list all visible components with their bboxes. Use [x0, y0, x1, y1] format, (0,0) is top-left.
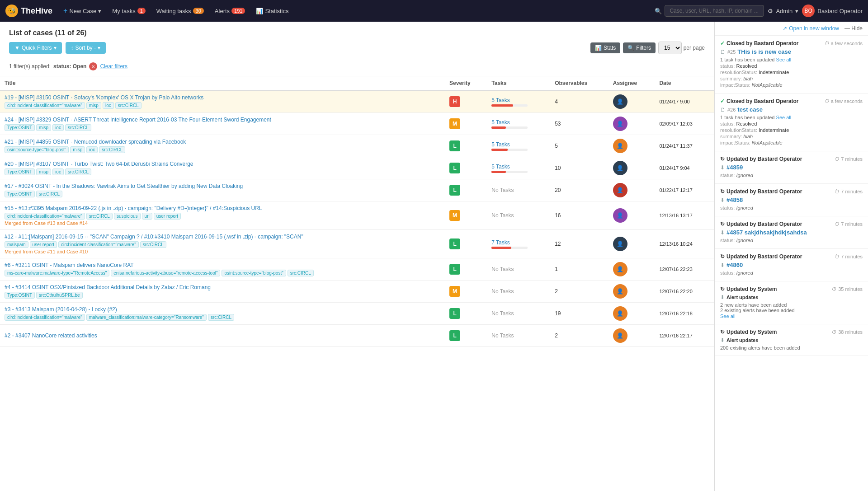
assignee-cell: 👤 — [609, 179, 655, 201]
artifact-link[interactable]: #4858 — [726, 196, 743, 203]
waiting-tasks-button[interactable]: Waiting tasks 30 — [153, 6, 208, 16]
see-all-link[interactable]: See all — [776, 57, 792, 62]
remove-filter-button[interactable]: ✕ — [89, 62, 97, 70]
no-tasks-label: No Tasks — [491, 187, 514, 193]
case-title-link[interactable]: #3 - #3413 Malspam (2016-04-28) - Locky … — [5, 306, 117, 313]
tag[interactable]: ioc — [52, 168, 64, 175]
tag[interactable]: src:CIRCL — [99, 146, 125, 153]
tag[interactable]: misp — [36, 168, 51, 175]
case-title-cell: #20 - [MISP] #3107 OSINT - Turbo Twist: … — [0, 157, 445, 179]
tag[interactable]: misp — [70, 146, 85, 153]
tag[interactable]: url — [142, 213, 152, 220]
see-all-link[interactable]: See all — [720, 313, 736, 319]
case-title-link[interactable]: #21 - [MISP] #4855 OSINT - Nemucod downl… — [5, 139, 186, 145]
task-link[interactable]: 7 Tasks — [491, 239, 509, 246]
case-title-link[interactable]: #20 - [MISP] #3107 OSINT - Turbo Twist: … — [5, 161, 193, 167]
tag[interactable]: src:CIRCL — [115, 102, 142, 109]
tag[interactable]: enisa:nefarious-activity-abuse="remote-a… — [111, 270, 220, 276]
task-link[interactable]: 5 Tasks — [491, 119, 509, 126]
tag[interactable]: user report — [154, 213, 181, 220]
tag[interactable]: Type:OSINT — [5, 191, 35, 197]
tag[interactable]: malspam — [5, 241, 28, 248]
search-input[interactable] — [665, 5, 764, 17]
clear-filters-button[interactable]: Clear filters — [100, 63, 127, 70]
tag[interactable]: circl:incident-classification="malware" — [5, 102, 85, 109]
tag[interactable]: src:CIRCL — [140, 241, 166, 248]
observables-cell: 2 — [550, 325, 609, 347]
tag[interactable]: src:CIRCL — [36, 191, 62, 197]
sort-by-button[interactable]: ↕ Sort by - ▾ — [66, 42, 106, 54]
new-case-button[interactable]: + New Case ▾ — [60, 5, 105, 17]
tag[interactable]: malware_classification:malware-category=… — [86, 314, 207, 321]
case-title-cell: #19 - [MISP] #3150 OSINT - Sofacy's 'Kom… — [0, 90, 445, 113]
case-title-link[interactable]: #19 - [MISP] #3150 OSINT - Sofacy's 'Kom… — [5, 94, 203, 101]
assignee-avatar: 👤 — [613, 208, 627, 223]
case-title-link[interactable]: #4 - #3414 OSINT OSX/Pintsized Backdoor … — [5, 284, 211, 290]
tag[interactable]: osint:source-type="blog-post" — [5, 146, 69, 153]
case-name-link[interactable]: THis is is new case — [737, 48, 791, 55]
stats-button[interactable]: 📊 Stats — [590, 42, 620, 53]
cases-count-title: List of cases (11 of 26) — [9, 29, 705, 37]
tag[interactable]: src:CIRCL — [86, 213, 113, 220]
table-row: #19 - [MISP] #3150 OSINT - Sofacy's 'Kom… — [0, 90, 714, 113]
activity-field: status: Resolved — [720, 121, 863, 126]
tag[interactable]: user report — [30, 241, 57, 248]
my-tasks-button[interactable]: My tasks 1 — [108, 6, 149, 16]
statistics-button[interactable]: 📊 Statistics — [252, 6, 292, 16]
plus-icon: + — [63, 7, 67, 15]
tasks-cell: 5 Tasks — [487, 157, 550, 179]
open-new-window-button[interactable]: ↗ Open in new window — [783, 25, 839, 32]
tag[interactable]: src:CIRCL — [65, 124, 91, 131]
case-title-link[interactable]: #17 - #3024 OSINT - In the Shadows: Vawt… — [5, 183, 243, 189]
tag[interactable]: ioc — [86, 146, 98, 153]
task-link[interactable]: 5 Tasks — [491, 97, 509, 103]
case-title-link[interactable]: #6 - #3211 OSINT - Malspam delivers Nano… — [5, 262, 134, 268]
artifact-link[interactable]: #4860 — [726, 262, 743, 268]
case-title-link[interactable]: #24 - [MISP] #3329 OSINT - ASERT Threat … — [5, 117, 271, 123]
app-logo[interactable]: 🐝 TheHive — [5, 5, 52, 17]
artifact-link[interactable]: #4859 — [726, 164, 743, 171]
tag[interactable]: misp — [36, 124, 51, 131]
tag[interactable]: suspicious — [114, 213, 141, 220]
tag[interactable]: misp — [86, 102, 101, 109]
tag[interactable]: src:CIRCL — [288, 270, 314, 276]
observables-cell: 20 — [550, 179, 609, 201]
tag[interactable]: Type:OSINT — [5, 292, 35, 299]
task-link[interactable]: 5 Tasks — [491, 141, 509, 148]
tag[interactable]: src:CIRCL — [65, 168, 91, 175]
case-title-link[interactable]: #12 - #11:[Malspam] 2016-09-15 -- "SCAN"… — [5, 234, 303, 240]
see-all-link[interactable]: See all — [776, 115, 792, 120]
activity-actor: ↻ Updated by Bastard Operator — [720, 253, 802, 260]
tag[interactable]: src:CthulhuSPRL.be — [36, 292, 83, 299]
case-name-link[interactable]: test case — [737, 106, 763, 113]
tag[interactable]: Type:OSINT — [5, 168, 35, 175]
activity-item: ✓ Closed by Bastard Operator ⏱ a few sec… — [715, 36, 868, 94]
filters-button[interactable]: 🔍 Filters — [623, 42, 656, 53]
tag[interactable]: Type:OSINT — [5, 124, 35, 131]
tag[interactable]: circl:incident-classification="malware" — [58, 241, 139, 248]
artifact-icon: ⬇ — [720, 197, 725, 203]
user-menu[interactable]: BO Bastard Operator — [802, 5, 863, 17]
severity-cell: L — [445, 179, 487, 201]
assignee-avatar: 👤 — [613, 306, 627, 321]
tag[interactable]: ioc — [103, 102, 114, 109]
admin-menu[interactable]: ⚙ Admin ▾ — [768, 8, 798, 14]
activity-time: ⏱ 7 minutes — [835, 189, 863, 194]
tag[interactable]: ioc — [52, 124, 64, 131]
activity-feed: ✓ Closed by Bastard Operator ⏱ a few sec… — [715, 36, 868, 355]
alerts-button[interactable]: Alerts 191 — [211, 6, 249, 16]
field-key: status: — [720, 63, 735, 69]
quick-filters-button[interactable]: ▼ Quick Filters ▾ — [9, 42, 62, 54]
case-title-link[interactable]: #2 - #3407 NanoCore related activities — [5, 332, 97, 339]
task-link[interactable]: 5 Tasks — [491, 164, 509, 170]
tasks-cell: No Tasks — [487, 303, 550, 325]
tag[interactable]: osint:source-type="blog-post" — [222, 270, 286, 276]
hide-panel-button[interactable]: — Hide — [844, 25, 863, 32]
per-page-select[interactable]: 15 25 50 — [658, 42, 682, 54]
tag[interactable]: ms-caro-malware:malware-type="RemoteAcce… — [5, 270, 109, 276]
tag[interactable]: src:CIRCL — [208, 314, 234, 321]
case-title-link[interactable]: #15 - #13:#3395 Malspam 2016-09-22 (.js … — [5, 205, 262, 211]
tag[interactable]: circl:incident-classification="malware" — [5, 213, 85, 220]
tag[interactable]: circl:incident-classification="malware" — [5, 314, 85, 321]
artifact-link[interactable]: #4857 sakjdhsakjhdkjsahdsa — [726, 229, 807, 236]
